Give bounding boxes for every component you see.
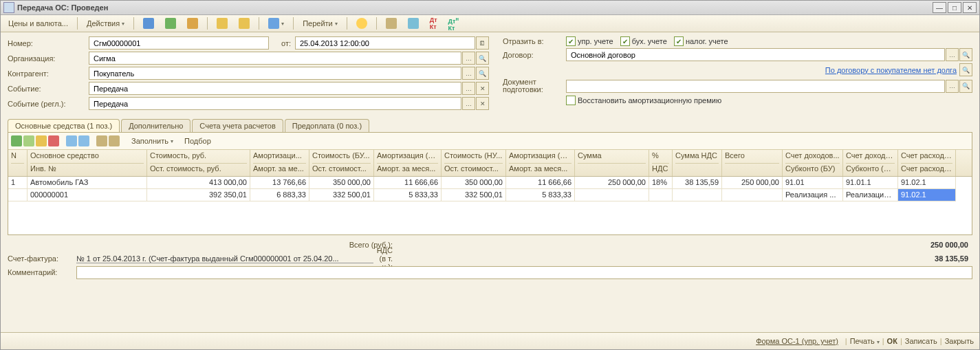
docprep-search-icon[interactable]: 🔍 [959,80,972,93]
toolbar-icon-2[interactable] [160,16,181,31]
column-header[interactable]: Стоимость, руб.Ост. стоимость, руб. [147,150,250,176]
table-cell[interactable]: Реализация ... [843,189,898,201]
toolbar-icon-6[interactable] [263,16,289,31]
table-cell[interactable]: 91.01.1 [843,177,898,189]
minimize-button[interactable]: — [933,2,946,13]
actions-button[interactable]: Действия [82,16,129,31]
close-footer-button[interactable]: Закрыть [945,337,974,345]
currency-button[interactable]: Цены и валюта... [3,16,73,31]
toolbar-icon-1[interactable] [138,16,159,31]
event-regl-more-icon[interactable]: … [462,97,475,110]
add-row-icon[interactable] [11,135,22,146]
fill-button[interactable]: Заполнить [127,133,178,149]
org-more-icon[interactable]: … [462,52,475,65]
column-header[interactable]: Всего [722,150,783,176]
table-cell[interactable]: 91.02.1 [898,189,956,201]
column-header[interactable]: Счет доходов...Субконто (НУ) [843,150,898,176]
toolbar-icon-3[interactable] [182,16,203,31]
help-icon[interactable] [351,16,372,31]
check-nal[interactable]: ✔налог. учете [674,36,728,46]
event-regl-field[interactable] [89,97,461,110]
event-more-icon[interactable]: … [462,82,475,95]
table-cell[interactable]: 250 000,00 [575,177,649,189]
table-cell[interactable]: 332 500,01 [442,189,506,201]
table-cell[interactable]: 5 833,33 [506,189,575,201]
tab-additional[interactable]: Дополнительно [121,119,190,132]
table-cell[interactable] [575,189,649,201]
column-header[interactable]: Основное средствоИнв. № [28,150,147,176]
event-field[interactable] [89,82,461,95]
goto-button[interactable]: Перейти [298,16,342,31]
table-cell[interactable]: 1 [8,177,28,189]
calendar-icon[interactable]: 🗓 [476,36,489,50]
table-cell[interactable]: 332 500,01 [309,189,374,201]
table-cell[interactable]: 350 000,00 [442,177,506,189]
tab-main-assets[interactable]: Основные средства (1 поз.) [8,119,120,132]
contr-more-icon[interactable]: … [462,67,475,80]
tab-accounts[interactable]: Счета учета расчетов [192,119,283,132]
move-up-icon[interactable] [66,135,77,146]
move-down-icon[interactable] [78,135,89,146]
comment-field[interactable] [76,266,972,279]
column-header[interactable]: Амортизаци...Аморт. за ме... [250,150,309,176]
table-cell[interactable] [673,189,722,201]
check-restore[interactable]: Восстановить амортизационную премию [566,96,721,105]
table-row[interactable]: 1Автомобиль ГАЗ413 000,0013 766,66350 00… [8,177,972,189]
contr-search-icon[interactable]: 🔍 [476,67,489,80]
contract-search-icon[interactable]: 🔍 [959,48,972,61]
table-cell[interactable]: 13 766,66 [250,177,309,189]
column-header[interactable]: Счет расходо...Счет расходо... [898,150,956,176]
sort-desc-icon[interactable] [109,135,120,146]
docprep-field[interactable] [566,80,945,93]
toolbar-icon-7[interactable] [381,16,402,31]
table-cell[interactable]: 350 000,00 [309,177,374,189]
contract-more-icon[interactable]: … [946,48,959,61]
toolbar-icon-4[interactable] [212,16,232,31]
select-button[interactable]: Подбор [179,133,216,149]
table-cell[interactable]: Реализация ... [783,189,843,201]
maximize-button[interactable]: □ [948,2,961,13]
org-search-icon[interactable]: 🔍 [476,52,489,65]
column-header[interactable]: Стоимость (НУ...Ост. стоимост... [442,150,506,176]
table-row[interactable]: 000000001392 350,016 883,33332 500,015 8… [8,189,972,201]
table-cell[interactable]: 91.02.1 [898,177,956,189]
contr-field[interactable] [89,67,461,80]
column-header[interactable]: Сумма НДС [673,150,722,176]
number-field[interactable] [89,36,269,50]
table-cell[interactable]: 11 666,66 [374,177,442,189]
column-header[interactable]: Амортизация (Н...Аморт. за меся... [506,150,575,176]
check-upr[interactable]: ✔упр. учете [566,36,613,46]
column-header[interactable]: N [8,150,28,176]
table-cell[interactable]: 000000001 [28,189,147,201]
add-copy-icon[interactable] [23,135,34,146]
date-field[interactable] [295,36,475,50]
delete-row-icon[interactable] [48,135,59,146]
table-cell[interactable]: 413 000,00 [147,177,250,189]
table-cell[interactable] [649,189,673,201]
toolbar-icon-dtn[interactable]: ДтнКт [444,16,464,31]
contract-info-link[interactable]: По договору с покупателем нет долга [825,66,957,74]
table-cell[interactable]: Автомобиль ГАЗ [28,177,147,189]
table-cell[interactable]: 11 666,66 [506,177,575,189]
save-button[interactable]: Записать [905,337,937,345]
contract-info-search-icon[interactable]: 🔍 [959,63,972,76]
table-cell[interactable]: 5 833,33 [374,189,442,201]
edit-row-icon[interactable] [36,135,47,146]
table-cell[interactable]: 250 000,00 [722,177,783,189]
column-header[interactable]: Счет доходов...Субконто (БУ) [783,150,843,176]
table-cell[interactable]: 18% [649,177,673,189]
toolbar-icon-5[interactable] [234,16,254,31]
event-regl-clear-icon[interactable]: ✕ [476,97,489,110]
tab-prepay[interactable]: Предоплата (0 поз.) [285,119,369,132]
form-os1-link[interactable]: Форма ОС-1 (упр. учет) [756,337,838,345]
grid-body[interactable]: 1Автомобиль ГАЗ413 000,0013 766,66350 00… [8,177,972,234]
column-header[interactable]: Сумма [575,150,649,176]
table-cell[interactable]: 91.01 [783,177,843,189]
table-cell[interactable] [8,189,28,201]
sort-asc-icon[interactable] [96,135,107,146]
contract-field[interactable] [566,48,945,61]
table-cell[interactable]: 38 135,59 [673,177,722,189]
table-cell[interactable] [722,189,783,201]
toolbar-icon-dt[interactable]: ДтКт [425,16,442,31]
close-button[interactable]: ✕ [963,2,977,13]
